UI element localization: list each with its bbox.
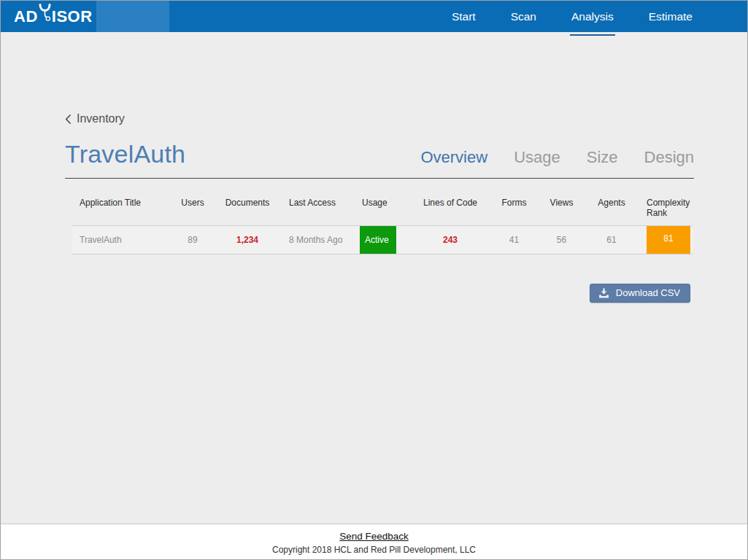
tab-size[interactable]: Size (587, 148, 618, 167)
col-header-documents: Documents (215, 185, 280, 226)
app-window: AD ISOR Start Scan Analysis Estimate (0, 0, 748, 560)
tab-usage[interactable]: Usage (514, 148, 560, 167)
breadcrumb-label: Inventory (77, 112, 125, 125)
complexity-rank-badge: 81 (647, 226, 690, 254)
title-row: TravelAuth Overview Usage Size Design (65, 140, 694, 168)
col-header-last-access: Last Access (280, 185, 353, 226)
header-highlight-block (96, 1, 169, 32)
col-header-complexity-rank: Complexity Rank (638, 185, 693, 226)
table-header-row: Application Title Users Documents Last A… (72, 185, 693, 226)
breadcrumb-inventory-link[interactable]: Inventory (65, 112, 125, 125)
col-header-lines-of-code: Lines of Code (410, 185, 490, 226)
col-header-views: Views (538, 185, 585, 226)
application-table: Application Title Users Documents Last A… (72, 185, 693, 255)
logo-text-prefix: AD (14, 1, 38, 32)
send-feedback-link[interactable]: Send Feedback (339, 531, 409, 542)
top-header: AD ISOR Start Scan Analysis Estimate (1, 1, 747, 32)
col-header-application-title: Application Title (72, 185, 171, 226)
cell-complexity-rank: 81 (638, 226, 693, 254)
cell-lines-of-code: 243 (410, 226, 490, 254)
col-header-users: Users (171, 185, 215, 226)
table-row: TravelAuth 89 1,234 8 Months Ago Active … (72, 226, 693, 254)
col-header-forms: Forms (490, 185, 538, 226)
download-icon (598, 288, 609, 298)
cell-users: 89 (171, 226, 215, 254)
nav-item-scan[interactable]: Scan (511, 1, 536, 32)
page-title: TravelAuth (65, 140, 185, 168)
app-logo: AD ISOR (14, 0, 93, 33)
tab-design[interactable]: Design (644, 148, 694, 167)
cell-forms: 41 (490, 226, 538, 254)
nav-item-estimate[interactable]: Estimate (649, 1, 693, 32)
cell-views: 56 (538, 226, 585, 254)
cell-agents: 61 (585, 226, 638, 254)
main-content: Inventory TravelAuth Overview Usage Size… (65, 32, 694, 303)
cell-last-access: 8 Months Ago (280, 226, 353, 254)
main-nav: Start Scan Analysis Estimate (452, 1, 693, 32)
page-footer: Send Feedback Copyright 2018 HCL and Red… (1, 524, 747, 559)
col-header-usage: Usage (353, 185, 410, 226)
nav-item-analysis[interactable]: Analysis (571, 1, 614, 32)
actions-row: Download CSV (65, 284, 694, 303)
download-csv-label: Download CSV (616, 288, 680, 298)
title-divider (65, 178, 694, 179)
status-badge-active: Active (360, 226, 396, 254)
download-csv-button[interactable]: Download CSV (590, 284, 690, 303)
tab-overview[interactable]: Overview (420, 148, 487, 167)
copyright-text: Copyright 2018 HCL and Red Pill Developm… (1, 545, 747, 555)
stethoscope-icon (39, 1, 51, 33)
cell-application-title: TravelAuth (72, 226, 171, 254)
cell-usage: Active (353, 226, 410, 254)
nav-item-start[interactable]: Start (452, 1, 476, 32)
cell-documents: 1,234 (215, 226, 280, 254)
chevron-left-icon (65, 114, 72, 125)
detail-tab-bar: Overview Usage Size Design (420, 148, 694, 167)
col-header-agents: Agents (585, 185, 638, 226)
logo-text-suffix: ISOR (52, 1, 93, 32)
